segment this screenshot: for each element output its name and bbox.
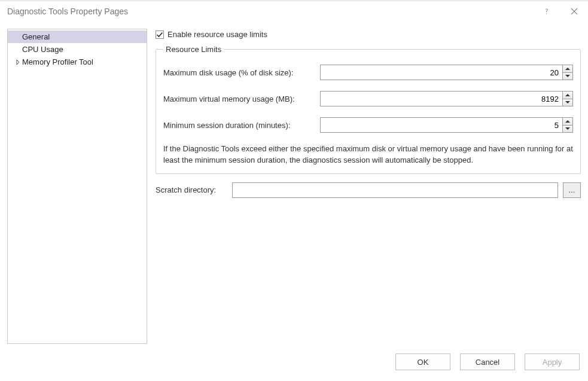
scratch-directory-label: Scratch directory: xyxy=(156,185,227,194)
scratch-directory-row: Scratch directory: ... xyxy=(156,182,581,198)
scratch-directory-input[interactable] xyxy=(232,182,558,198)
window-title: Diagnostic Tools Property Pages xyxy=(7,7,533,16)
session-duration-row: Minimum session duration (minutes): xyxy=(163,117,573,133)
disk-usage-label: Maximum disk usage (% of disk size): xyxy=(163,68,320,77)
content-area: General CPU Usage Memory Profiler Tool E… xyxy=(0,22,588,344)
disk-usage-input[interactable] xyxy=(320,65,562,80)
sidebar-item-label: Memory Profiler Tool xyxy=(22,57,93,66)
main-panel: Enable resource usage limits Resource Li… xyxy=(156,29,581,344)
vm-usage-spinner xyxy=(320,91,573,106)
session-duration-steppers xyxy=(562,117,573,133)
help-button[interactable] xyxy=(533,1,560,22)
disk-usage-spinner xyxy=(320,65,573,80)
apply-button[interactable]: Apply xyxy=(525,353,580,370)
vm-usage-input[interactable] xyxy=(320,91,562,106)
expand-arrow-icon[interactable] xyxy=(14,60,22,65)
sidebar-item-label: CPU Usage xyxy=(22,45,63,54)
session-duration-step-down[interactable] xyxy=(563,125,572,133)
checkmark-icon xyxy=(156,31,163,38)
cancel-button[interactable]: Cancel xyxy=(460,353,515,370)
enable-limits-row: Enable resource usage limits xyxy=(156,30,581,39)
close-icon xyxy=(571,8,578,15)
titlebar: Diagnostic Tools Property Pages xyxy=(0,1,588,22)
chevron-up-icon xyxy=(565,120,570,123)
session-duration-input[interactable] xyxy=(320,117,562,133)
resource-limits-group: Resource Limits Maximum disk usage (% of… xyxy=(156,45,581,174)
disk-usage-step-down[interactable] xyxy=(563,72,572,80)
vm-usage-row: Maximum virtual memory usage (MB): xyxy=(163,91,573,106)
vm-usage-step-up[interactable] xyxy=(563,92,572,99)
chevron-up-icon xyxy=(565,67,570,71)
sidebar: General CPU Usage Memory Profiler Tool xyxy=(7,29,147,344)
help-icon xyxy=(543,8,550,15)
scratch-directory-browse-button[interactable]: ... xyxy=(563,182,581,198)
disk-usage-row: Maximum disk usage (% of disk size): xyxy=(163,65,573,80)
close-button[interactable] xyxy=(560,1,588,22)
resource-limits-help-text: If the Diagnostic Tools exceed either th… xyxy=(163,144,573,166)
disk-usage-step-up[interactable] xyxy=(563,65,572,72)
session-duration-step-up[interactable] xyxy=(563,118,572,125)
chevron-down-icon xyxy=(565,74,570,78)
vm-usage-steppers xyxy=(562,91,573,106)
vm-usage-step-down[interactable] xyxy=(563,99,572,106)
disk-usage-steppers xyxy=(562,65,573,80)
dialog-footer: OK Cancel Apply xyxy=(0,344,588,381)
sidebar-item-cpu-usage[interactable]: CPU Usage xyxy=(8,43,147,56)
sidebar-item-memory-profiler[interactable]: Memory Profiler Tool xyxy=(8,56,147,68)
resource-limits-legend: Resource Limits xyxy=(163,45,224,54)
vm-usage-label: Maximum virtual memory usage (MB): xyxy=(163,95,320,103)
session-duration-label: Minimum session duration (minutes): xyxy=(163,121,320,130)
chevron-up-icon xyxy=(565,93,570,97)
chevron-down-icon xyxy=(565,100,570,104)
dialog-window: Diagnostic Tools Property Pages General … xyxy=(0,0,588,381)
sidebar-item-label: General xyxy=(22,32,50,41)
enable-limits-checkbox[interactable] xyxy=(156,31,164,39)
ok-button[interactable]: OK xyxy=(395,353,450,370)
chevron-down-icon xyxy=(565,127,570,130)
enable-limits-label: Enable resource usage limits xyxy=(167,30,267,39)
sidebar-item-general[interactable]: General xyxy=(8,31,147,43)
session-duration-spinner xyxy=(320,117,573,133)
